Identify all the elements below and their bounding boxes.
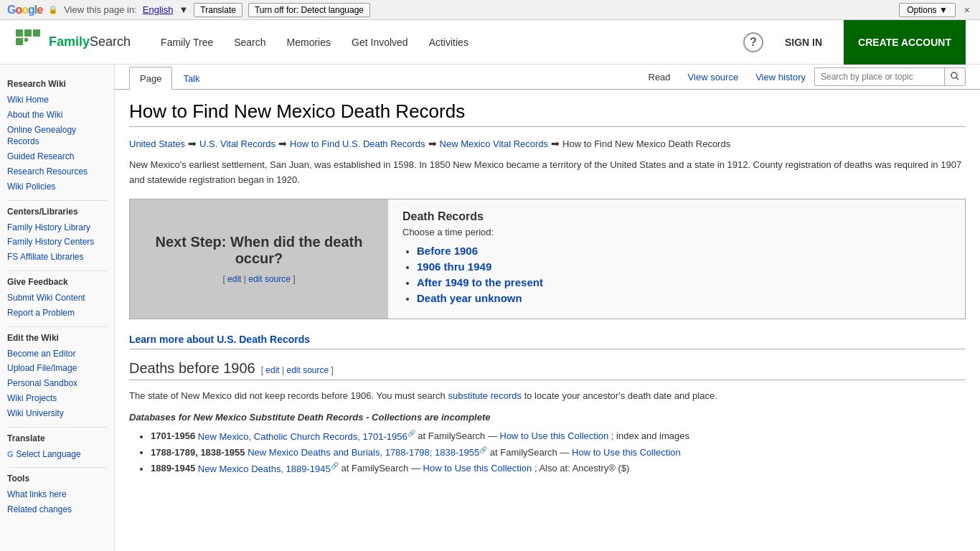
sidebar-item-research-resources[interactable]: Research Resources <box>7 164 107 179</box>
db-heading: Databases for New Mexico Substitute Deat… <box>129 412 966 423</box>
db-end-1: ; index and images <box>611 431 689 442</box>
db-howto-2[interactable]: How to Use this Collection <box>572 447 681 458</box>
db-link-2[interactable]: New Mexico Deaths and Burials, 1788-1798… <box>248 447 487 458</box>
section-edit-source-link[interactable]: edit source <box>287 365 329 375</box>
breadcrumb-arrow-2: ➡ <box>278 138 287 149</box>
nav-family-tree[interactable]: Family Tree <box>152 31 222 54</box>
breadcrumb-nm-vital-records[interactable]: New Mexico Vital Records <box>440 138 548 149</box>
wiki-search-button[interactable] <box>944 68 965 85</box>
logo-link[interactable]: FamilySearch <box>14 28 131 57</box>
sidebar-item-genealogy-records[interactable]: Online Genealogy Records <box>7 123 107 150</box>
db-howto-3[interactable]: How to Use this Collection <box>423 463 532 474</box>
sidebar-item-wiki-policies[interactable]: Wiki Policies <box>7 179 107 194</box>
db-list-item-2: 1788-1789, 1838-1955 New Mexico Deaths a… <box>151 445 966 461</box>
wiki-search-input[interactable] <box>815 69 944 85</box>
db-years-3: 1889-1945 <box>151 463 195 474</box>
sidebar-item-guided-research[interactable]: Guided Research <box>7 149 107 164</box>
main-content: Page Talk Read View source View history <box>115 65 980 551</box>
google-g-icon: G <box>7 450 14 458</box>
breadcrumb-us[interactable]: United States <box>129 138 185 149</box>
centers-libraries-title: Centers/Libraries <box>7 207 107 217</box>
db-list-item-1: 1701-1956 New Mexico, Catholic Church Re… <box>151 428 966 444</box>
translate-button[interactable]: Translate <box>194 3 242 17</box>
sidebar-item-wiki-university[interactable]: Wiki University <box>7 406 107 421</box>
sidebar-select-language[interactable]: Select Language <box>17 447 81 462</box>
section-edit-links: [ edit | edit source ] <box>261 365 334 375</box>
help-icon[interactable]: ? <box>743 32 763 52</box>
lock-icon: 🔒 <box>48 5 58 14</box>
info-box-edit-source-link[interactable]: edit source <box>248 274 291 284</box>
db-link-1[interactable]: New Mexico, Catholic Church Records, 170… <box>198 431 415 442</box>
section-title: Deaths before 1906 <box>129 360 255 377</box>
google-logo: Google <box>7 4 42 17</box>
choose-period: Choose a time period: <box>402 227 951 237</box>
info-box-edit-link[interactable]: edit <box>227 274 241 284</box>
db-years-1: 1701-1956 <box>151 431 195 442</box>
sidebar-item-related-changes[interactable]: Related changes <box>7 502 107 517</box>
before-1906-link[interactable]: Before 1906 <box>417 245 478 257</box>
options-button[interactable]: Options ▼ <box>899 3 956 17</box>
1906-1949-link[interactable]: 1906 thru 1949 <box>417 260 491 273</box>
sidebar-item-fs-affiliate[interactable]: FS Affiliate Libraries <box>7 250 107 265</box>
translate-bar-close[interactable]: × <box>961 4 973 16</box>
svg-point-5 <box>951 72 957 78</box>
language-link[interactable]: English <box>143 4 174 15</box>
svg-rect-2 <box>16 38 23 45</box>
view-page-text: View this page in: <box>64 4 137 15</box>
wiki-search-box[interactable] <box>814 67 966 86</box>
action-view-history[interactable]: View history <box>747 66 814 88</box>
db-end-3: ; Also at: Ancestry® ($) <box>534 463 629 474</box>
give-feedback-title: Give Feedback <box>7 277 107 287</box>
sidebar-item-what-links[interactable]: What links here <box>7 487 107 502</box>
turnoff-button[interactable]: Turn off for: Detect language <box>248 3 370 17</box>
sidebar-item-report-problem[interactable]: Report a Problem <box>7 306 107 321</box>
list-item-year-unknown: Death year unknown <box>417 292 951 304</box>
sidebar-item-submit-wiki[interactable]: Submit Wiki Content <box>7 291 107 306</box>
breadcrumb-us-death-records[interactable]: How to Find U.S. Death Records <box>290 138 425 149</box>
sidebar-item-wiki-projects[interactable]: Wiki Projects <box>7 391 107 406</box>
tab-talk[interactable]: Talk <box>172 67 210 90</box>
create-account-button[interactable]: CREATE ACCOUNT <box>844 20 966 65</box>
nav-get-involved[interactable]: Get Involved <box>343 31 417 54</box>
info-box: Next Step: When did the death occur? [ e… <box>129 199 966 319</box>
info-box-question: Next Step: When did the death occur? <box>144 234 374 267</box>
nav-memories[interactable]: Memories <box>278 31 339 54</box>
list-item-before-1906: Before 1906 <box>417 245 951 257</box>
sidebar-item-wiki-home[interactable]: Wiki Home <box>7 93 107 108</box>
db-link-3[interactable]: New Mexico Deaths, 1889-1945 <box>198 463 339 474</box>
section-edit-link[interactable]: edit <box>265 365 279 375</box>
main-header: FamilySearch Family Tree Search Memories… <box>0 20 980 65</box>
breadcrumb-vital-records[interactable]: U.S. Vital Records <box>199 138 275 149</box>
after-1949-link[interactable]: After 1949 to the present <box>417 276 543 288</box>
db-list-item-3: 1889-1945 New Mexico Deaths, 1889-1945 a… <box>151 461 966 476</box>
sidebar-item-family-history-centers[interactable]: Family History Centers <box>7 235 107 250</box>
year-unknown-link[interactable]: Death year unknown <box>417 292 522 304</box>
action-read[interactable]: Read <box>640 66 679 88</box>
nav-activities[interactable]: Activities <box>420 31 477 54</box>
db-years-2: 1788-1789, 1838-1955 <box>151 447 245 458</box>
substitute-records-link[interactable]: substitute records <box>448 390 522 401</box>
page-tabs: Page Talk Read View source View history <box>115 65 980 90</box>
info-box-right: Death Records Choose a time period: Befo… <box>388 199 965 319</box>
page-actions: Read View source View history <box>640 65 966 89</box>
db-howto-1[interactable]: How to Use this Collection <box>500 431 609 442</box>
learn-more-link[interactable]: Learn more about U.S. Death Records <box>129 334 966 345</box>
article: How to Find New Mexico Death Records Uni… <box>115 90 980 491</box>
sidebar-item-family-history-library[interactable]: Family History Library <box>7 220 107 235</box>
sign-in-button[interactable]: SIGN IN <box>774 31 833 54</box>
sidebar-item-become-editor[interactable]: Become an Editor <box>7 347 107 362</box>
info-box-edit-links: [ edit | edit source ] <box>222 274 295 284</box>
svg-rect-3 <box>24 38 28 42</box>
svg-rect-4 <box>33 29 40 37</box>
section-text: The state of New Mexico did not keep rec… <box>129 389 966 404</box>
edit-wiki-title: Edit the Wiki <box>7 333 107 343</box>
content-wrapper: Research Wiki Wiki Home About the Wiki O… <box>0 65 980 551</box>
article-intro: New Mexico's earliest settlement, San Ju… <box>129 158 966 188</box>
nav-search[interactable]: Search <box>225 31 274 54</box>
action-view-source[interactable]: View source <box>679 66 748 88</box>
sidebar-item-upload-file[interactable]: Upload File/Image <box>7 361 107 376</box>
db-list: 1701-1956 New Mexico, Catholic Church Re… <box>129 428 966 476</box>
tab-page[interactable]: Page <box>129 67 172 90</box>
sidebar-item-personal-sandbox[interactable]: Personal Sandbox <box>7 376 107 391</box>
sidebar-item-about-wiki[interactable]: About the Wiki <box>7 108 107 123</box>
